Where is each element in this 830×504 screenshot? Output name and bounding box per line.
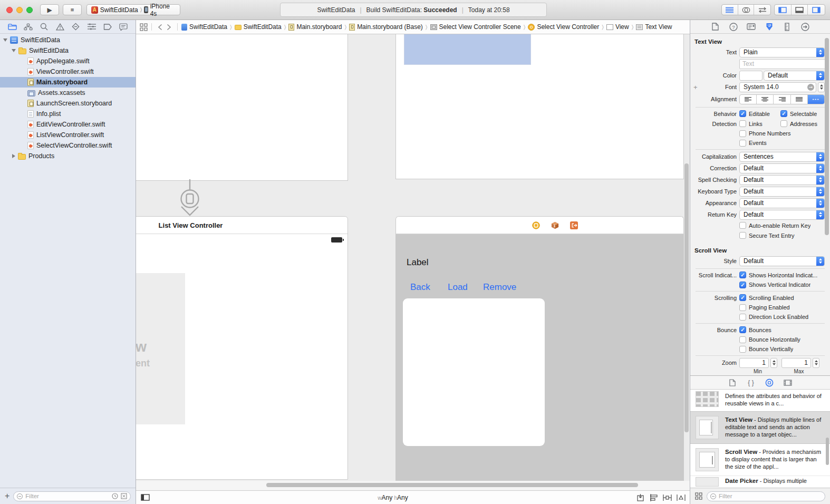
disclosure-triangle[interactable] [3,38,7,42]
appearance-select[interactable]: Default [739,198,825,208]
view-controller-icon[interactable] [532,221,540,229]
file-template-library-tab[interactable] [728,378,737,387]
quick-help-inspector-tab[interactable]: ? [728,22,738,32]
shows-vertical-indicator-checkbox[interactable]: ✓ [739,282,746,288]
canvas-vertical-scrollbar[interactable] [684,163,689,432]
attributes-inspector-tab[interactable] [764,22,774,32]
library-item-date-picker[interactable]: Date Picker - Displays multiple [690,476,830,488]
correction-select[interactable]: Default [739,163,825,173]
align-button[interactable] [650,494,658,501]
pin-button[interactable] [663,494,672,501]
toggle-inspector-button[interactable] [808,5,825,15]
library-scrollbar[interactable] [826,438,829,465]
assistant-editor-button[interactable] [738,5,755,15]
project-navigator-tab[interactable] [7,22,17,32]
label[interactable]: Label [407,257,429,268]
breakpoint-navigator-tab[interactable] [102,22,112,32]
horizontal-scrollbar[interactable] [266,483,638,487]
paging-enabled-checkbox[interactable]: ✓ [739,304,746,311]
zoom-max-field[interactable]: 1 [781,358,811,368]
file-row-products[interactable]: Products [0,151,136,161]
color-select[interactable]: Default [764,71,825,81]
style-select[interactable]: Default [739,256,825,266]
add-button[interactable]: + [5,492,9,500]
media-library-tab[interactable] [783,378,793,387]
view-as-button[interactable] [141,494,150,501]
breadcrumb-view-controller[interactable]: Select View Controller [528,23,599,31]
breadcrumb-view[interactable]: View [606,23,629,31]
navigator-filter-input[interactable] [25,493,109,499]
toggle-navigator-button[interactable] [775,5,792,15]
breadcrumb-group[interactable]: SwiftEditData [235,23,282,31]
recent-files-clock-icon[interactable] [112,493,118,499]
size-inspector-tab[interactable] [782,22,792,32]
debug-navigator-tab[interactable] [86,22,96,32]
file-row[interactable]: ViewController.swift [0,66,136,77]
standard-editor-button[interactable] [722,5,738,15]
version-editor-button[interactable] [754,5,770,15]
links-checkbox[interactable]: ✓ [739,120,746,127]
minimize-window-button[interactable] [16,7,23,13]
breadcrumb-storyboard[interactable]: Main.storyboard [288,23,342,31]
bounce-vertically-checkbox[interactable]: ✓ [739,346,746,353]
file-row[interactable]: SelectViewController.swift [0,140,136,151]
code-snippet-library-tab[interactable]: { } [746,378,756,387]
breadcrumb-scene[interactable]: Select View Controller Scene [430,23,521,31]
navigator-filter-field[interactable] [13,491,131,501]
bounce-horizontally-checkbox[interactable]: ✓ [739,336,746,343]
return-key-select[interactable]: Default [739,210,825,220]
align-justify-button[interactable] [791,95,808,104]
top-right-scene-view[interactable] [395,34,684,179]
file-row[interactable]: Info.plist [0,109,136,119]
file-row-selected[interactable]: Main.storyboard [0,77,136,88]
resolve-auto-layout-button[interactable] [677,494,686,501]
scheme-selector[interactable]: A SwiftEditData 〉 iPhone 4s [86,4,180,15]
align-right-button[interactable] [774,95,790,104]
library-filter-input[interactable] [719,493,822,499]
grid-view-toggle-icon[interactable] [695,492,702,500]
font-field[interactable]: System 14.0 ➞ [739,82,816,92]
file-row[interactable]: ListViewController.swift [0,130,136,140]
segue-arrow[interactable] [174,179,206,218]
editable-checkbox[interactable]: ✓ [739,110,746,117]
library-item-collection-cell[interactable]: Defines the attributes and behavior of r… [690,390,830,411]
remove-button[interactable]: Remove [483,282,516,293]
file-row-project[interactable]: SwiftEditData [0,35,136,45]
go-back-button[interactable] [158,24,162,31]
font-picker-icon[interactable]: ➞ [807,84,814,91]
align-left-button[interactable] [740,95,757,104]
events-checkbox[interactable]: ✓ [739,140,746,147]
spell-checking-select[interactable]: Default [739,175,825,185]
unsaved-files-icon[interactable] [121,493,127,499]
selected-subview[interactable] [404,34,531,65]
disclosure-triangle[interactable] [12,49,16,52]
list-view-controller-scene[interactable]: List View Controller w ent [136,216,348,480]
secure-text-entry-checkbox[interactable]: ✓ [739,232,746,239]
scene-title-bar[interactable]: List View Controller [136,217,348,234]
run-button[interactable]: ▶ [40,4,59,15]
library-filter-field[interactable] [707,491,825,501]
keyboard-type-select[interactable]: Default [739,187,825,197]
identity-inspector-tab[interactable] [746,22,756,32]
zoom-min-field[interactable]: 1 [739,358,769,368]
exit-segue-icon[interactable] [570,221,578,229]
text-content-field[interactable] [739,59,825,69]
load-button[interactable]: Load [448,282,468,293]
size-class-indicator[interactable]: wAny hAny [116,494,670,501]
storyboard-canvas[interactable]: List View Controller w ent 1 Label Back … [136,34,690,490]
close-window-button[interactable] [6,7,13,13]
select-view-controller-scene[interactable]: 1 Label Back Load Remove [395,216,684,490]
zoom-min-stepper[interactable] [770,358,777,368]
embed-in-stack-button[interactable] [636,494,645,501]
add-variation-button[interactable]: + [693,83,698,91]
font-size-stepper[interactable] [818,82,825,92]
file-row[interactable]: LaunchScreen.storyboard [0,98,136,109]
breadcrumb-text-view[interactable]: Text View [636,23,672,31]
breadcrumb-storyboard-base[interactable]: Main.storyboard (Base) [349,23,423,31]
first-responder-icon[interactable]: 1 [551,221,559,229]
report-navigator-tab[interactable] [118,22,128,32]
test-navigator-tab[interactable] [71,22,81,32]
text-mode-select[interactable]: Plain [739,47,825,57]
find-navigator-tab[interactable] [39,22,49,32]
text-view[interactable] [403,298,545,446]
